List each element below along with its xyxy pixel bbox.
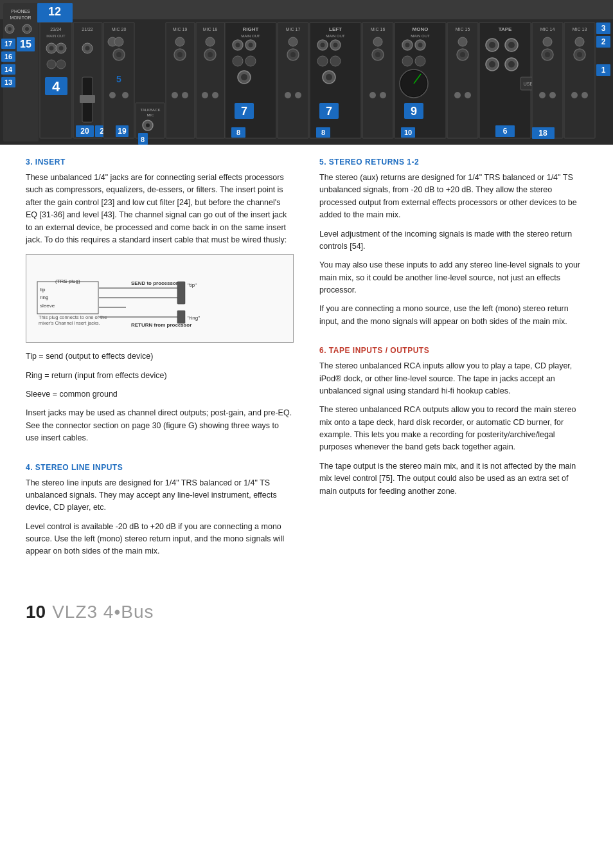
svg-point-150 bbox=[508, 42, 515, 48]
svg-point-128 bbox=[418, 43, 423, 48]
tape-title-text: TAPE INPUTS / OUTPUTS bbox=[329, 346, 429, 355]
svg-point-165 bbox=[549, 92, 556, 98]
svg-text:10: 10 bbox=[404, 129, 412, 136]
svg-text:8: 8 bbox=[141, 136, 145, 143]
sleeve-desc: Sleeve = common ground bbox=[26, 388, 294, 401]
svg-text:15: 15 bbox=[20, 39, 31, 50]
svg-point-85 bbox=[233, 56, 243, 66]
svg-text:LEFT: LEFT bbox=[329, 26, 342, 32]
section-stereo-returns: 5. STEREO RETURNS 1-2 The stereo (aux) r… bbox=[319, 158, 587, 328]
svg-point-82 bbox=[236, 43, 240, 48]
svg-point-144 bbox=[465, 92, 471, 98]
svg-text:TALKBACK: TALKBACK bbox=[141, 108, 161, 112]
svg-text:"tip": "tip" bbox=[188, 282, 197, 288]
sli-para-2: Level control is available -20 dB to +20… bbox=[26, 521, 294, 558]
svg-point-140 bbox=[458, 37, 467, 46]
tape-body: The stereo unbalanced RCA inputs allow y… bbox=[319, 360, 587, 498]
svg-text:PHONES: PHONES bbox=[11, 9, 30, 14]
section-stereo-line-inputs: 4. STEREO LINE INPUTS The stereo line in… bbox=[26, 463, 294, 558]
ring-desc: Ring = return (input from effects device… bbox=[26, 370, 294, 382]
svg-point-54 bbox=[122, 92, 129, 98]
mixer-panel: PHONES MONITOR 17 16 14 13 15 12 bbox=[0, 0, 613, 145]
svg-text:8: 8 bbox=[236, 129, 240, 136]
svg-text:8: 8 bbox=[321, 129, 325, 136]
section-title-text: INSERT bbox=[35, 158, 66, 167]
svg-text:MIC 13: MIC 13 bbox=[573, 27, 587, 32]
svg-point-161 bbox=[543, 37, 552, 46]
svg-text:7: 7 bbox=[326, 105, 332, 118]
section-insert-body: These unbalanced 1/4" jacks are for conn… bbox=[26, 172, 294, 445]
sli-para-1: The stereo line inputs are designed for … bbox=[26, 477, 294, 514]
svg-point-73 bbox=[206, 37, 215, 46]
product-name: VLZ3 4•Bus bbox=[52, 602, 154, 622]
svg-text:RETURN from processor: RETURN from processor bbox=[131, 322, 191, 328]
svg-point-129 bbox=[402, 56, 413, 66]
svg-text:MAIN OUT: MAIN OUT bbox=[326, 34, 345, 38]
sr-title-text: STEREO RETURNS 1-2 bbox=[329, 158, 419, 167]
svg-text:18: 18 bbox=[538, 129, 547, 138]
svg-point-104 bbox=[321, 43, 325, 48]
svg-point-108 bbox=[330, 56, 341, 66]
svg-point-75 bbox=[208, 52, 213, 57]
svg-text:MAIN OUT: MAIN OUT bbox=[411, 34, 430, 38]
svg-text:16: 16 bbox=[4, 53, 12, 60]
sli-body: The stereo line inputs are designed for … bbox=[26, 477, 294, 558]
svg-text:"ring": "ring" bbox=[188, 315, 200, 321]
svg-point-130 bbox=[415, 56, 425, 66]
svg-point-8 bbox=[25, 27, 29, 31]
svg-text:23/24: 23/24 bbox=[50, 27, 62, 32]
svg-point-39 bbox=[85, 46, 90, 51]
svg-point-120 bbox=[369, 92, 376, 98]
svg-text:ring: ring bbox=[40, 294, 48, 300]
page-footer: 10 VLZ3 4•Bus bbox=[0, 595, 613, 635]
svg-text:14: 14 bbox=[4, 66, 13, 73]
sli-number: 4. bbox=[26, 463, 33, 472]
svg-text:17: 17 bbox=[4, 40, 12, 48]
svg-point-32 bbox=[47, 60, 56, 69]
svg-text:6: 6 bbox=[503, 127, 508, 136]
svg-point-98 bbox=[285, 92, 291, 98]
svg-point-107 bbox=[317, 56, 328, 66]
svg-point-66 bbox=[175, 37, 184, 46]
page-number: 10 bbox=[26, 602, 46, 622]
svg-point-172 bbox=[582, 92, 588, 98]
tape-title: 6. TAPE INPUTS / OUTPUTS bbox=[319, 346, 587, 355]
svg-point-97 bbox=[290, 52, 296, 57]
svg-point-171 bbox=[571, 92, 578, 98]
svg-point-163 bbox=[545, 52, 550, 57]
tape-para-3: The tape output is the stereo main mix, … bbox=[319, 460, 587, 498]
main-content: 3. INSERT These unbalanced 1/4" jacks ar… bbox=[0, 145, 613, 595]
svg-text:1: 1 bbox=[601, 66, 606, 75]
svg-point-53 bbox=[109, 92, 116, 98]
svg-text:20: 20 bbox=[80, 127, 89, 136]
svg-text:TAPE: TAPE bbox=[499, 26, 512, 32]
svg-point-49 bbox=[114, 37, 123, 46]
svg-point-61 bbox=[146, 123, 150, 127]
svg-text:7: 7 bbox=[241, 105, 247, 118]
insert-para-1: These unbalanced 1/4" jacks are for conn… bbox=[26, 172, 294, 246]
svg-point-76 bbox=[202, 92, 208, 98]
svg-point-31 bbox=[59, 46, 64, 51]
svg-point-77 bbox=[212, 92, 218, 98]
sli-title: STEREO LINE INPUTS bbox=[35, 463, 123, 472]
svg-point-68 bbox=[177, 52, 182, 57]
svg-point-152 bbox=[489, 61, 495, 68]
svg-point-106 bbox=[333, 43, 338, 48]
svg-point-110 bbox=[326, 74, 332, 80]
svg-text:4: 4 bbox=[52, 78, 60, 95]
svg-point-95 bbox=[289, 37, 298, 46]
left-column: 3. INSERT These unbalanced 1/4" jacks ar… bbox=[26, 158, 294, 576]
svg-text:19: 19 bbox=[118, 127, 127, 136]
sr-body: The stereo (aux) returns are designed fo… bbox=[319, 172, 587, 328]
svg-point-164 bbox=[539, 92, 546, 98]
svg-point-168 bbox=[575, 37, 584, 46]
svg-text:MIC: MIC bbox=[147, 113, 155, 117]
svg-text:13: 13 bbox=[4, 78, 12, 86]
svg-text:MIC 17: MIC 17 bbox=[286, 27, 301, 32]
section-tape: 6. TAPE INPUTS / OUTPUTS The stereo unba… bbox=[319, 346, 587, 498]
svg-text:USB: USB bbox=[524, 82, 533, 86]
svg-point-117 bbox=[373, 37, 382, 46]
svg-text:MIC 16: MIC 16 bbox=[371, 27, 386, 32]
svg-text:MONO: MONO bbox=[413, 26, 429, 32]
svg-point-119 bbox=[375, 52, 380, 57]
